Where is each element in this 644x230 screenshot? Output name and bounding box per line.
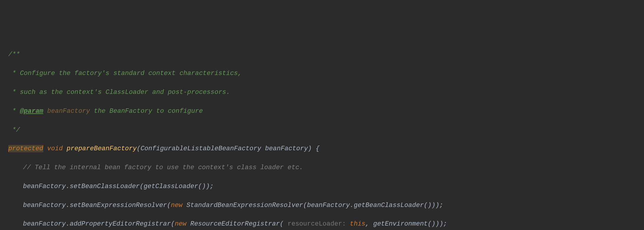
code-line: beanFactory.setBeanExpressionResolver(ne… <box>0 201 644 210</box>
comment-line: // Tell the internal bean factory to use… <box>0 163 644 172</box>
code-editor[interactable]: /** * Configure the factory's standard c… <box>0 41 644 230</box>
code-line: beanFactory.setBeanClassLoader(getClassL… <box>0 182 644 191</box>
code-text: ResourceEditorRegistrar( <box>187 220 284 228</box>
code-line: beanFactory.addPropertyEditorRegistrar(n… <box>0 219 644 229</box>
method-params: (ConfigurableListableBeanFactory beanFac… <box>137 145 320 152</box>
javadoc-param-name: beanFactory <box>43 107 90 115</box>
javadoc-text: * <box>8 107 20 115</box>
keyword-this: this <box>350 220 365 228</box>
javadoc-param-line: * @param beanFactory the BeanFactory to … <box>0 107 644 116</box>
code-text: beanFactory.setBeanExpressionResolver( <box>23 202 171 209</box>
keyword-void: void <box>43 145 67 152</box>
method-signature: protected void prepareBeanFactory(Config… <box>0 144 644 154</box>
method-name: prepareBeanFactory <box>67 145 137 152</box>
javadoc-close: */ <box>0 125 644 135</box>
code-text: beanFactory.addPropertyEditorRegistrar( <box>23 220 175 228</box>
inlay-hint: resourceLoader: <box>284 220 350 228</box>
javadoc-line: * such as the context's ClassLoader and … <box>0 88 644 97</box>
javadoc-param-desc: the BeanFactory to configure <box>90 107 203 115</box>
javadoc-param-tag: @param <box>20 107 43 115</box>
keyword-protected: protected <box>8 145 43 152</box>
code-text: StandardBeanExpressionResolver(beanFacto… <box>182 202 443 209</box>
keyword-new: new <box>175 220 187 228</box>
code-text: , getEnvironment())); <box>365 220 447 228</box>
keyword-new: new <box>171 202 183 209</box>
javadoc-open: /** <box>0 50 644 59</box>
javadoc-line: * Configure the factory's standard conte… <box>0 69 644 78</box>
